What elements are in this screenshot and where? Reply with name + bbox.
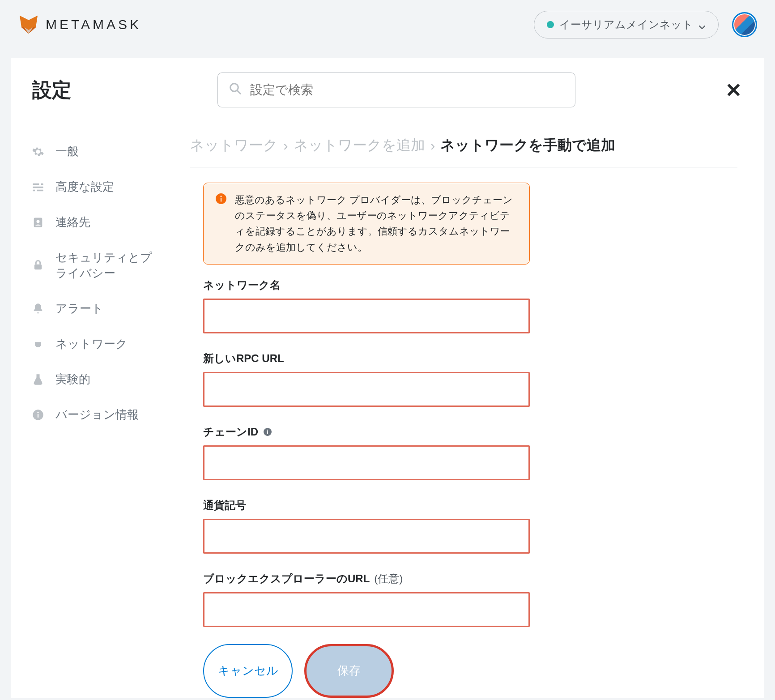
breadcrumb: ネットワーク › ネットワークを追加 › ネットワークを手動で追加 [190, 136, 737, 155]
label-chain-id: チェーンID [203, 425, 530, 439]
label-network-name: ネットワーク名 [203, 278, 530, 292]
top-bar: METAMASK イーサリアムメインネット [0, 0, 775, 49]
close-icon[interactable]: ✕ [721, 79, 746, 102]
svg-point-24 [267, 430, 268, 431]
panel-body: 一般 高度な設定 連絡先 セキュリティとプライバシー [11, 122, 764, 698]
save-button[interactable]: 保存 [304, 644, 394, 698]
brand: METAMASK [18, 14, 141, 35]
sidebar-item-security[interactable]: セキュリティとプライバシー [31, 240, 172, 291]
svg-line-7 [237, 90, 240, 94]
optional-text: (任意) [374, 572, 403, 586]
info-tooltip-icon[interactable] [263, 427, 273, 437]
page-title: 設定 [32, 77, 72, 103]
search-icon [229, 82, 242, 98]
input-chain-id[interactable] [203, 445, 530, 480]
sidebar-item-alerts[interactable]: アラート [31, 291, 172, 326]
svg-rect-17 [38, 414, 38, 417]
sidebar-item-advanced[interactable]: 高度な設定 [31, 169, 172, 205]
input-rpc-url[interactable] [203, 372, 530, 407]
sidebar-item-about[interactable]: バージョン情報 [31, 397, 172, 432]
warning-banner: 悪意のあるネットワーク プロバイダーは、ブロックチェーンのステータスを偽り、ユー… [203, 183, 530, 265]
settings-panel: 設定 ✕ 一般 高度な設定 [11, 58, 764, 698]
svg-rect-15 [34, 265, 42, 270]
cancel-button[interactable]: キャンセル [203, 644, 293, 698]
network-selector[interactable]: イーサリアムメインネット [534, 11, 719, 38]
top-bar-right: イーサリアムメインネット [534, 11, 757, 38]
sidebar-item-label: 高度な設定 [55, 179, 114, 195]
svg-rect-11 [39, 182, 41, 186]
settings-search[interactable] [217, 73, 575, 107]
warning-info-icon [215, 193, 227, 205]
label-rpc-url: 新しいRPC URL [203, 351, 530, 366]
sidebar-item-label: 実験的 [55, 371, 90, 387]
chevron-right-icon: › [283, 137, 288, 154]
divider [190, 167, 737, 167]
svg-rect-10 [33, 189, 43, 191]
sliders-icon [31, 180, 45, 194]
lock-icon [31, 259, 45, 272]
svg-rect-23 [267, 431, 268, 434]
chevron-down-icon [698, 21, 706, 28]
sidebar-item-label: 連絡先 [55, 214, 90, 230]
svg-point-14 [37, 220, 40, 223]
label-currency-symbol: 通貨記号 [203, 498, 530, 512]
metamask-logo-icon [18, 14, 39, 35]
network-status-dot-icon [547, 21, 554, 28]
input-network-name[interactable] [203, 299, 530, 333]
input-currency-symbol[interactable] [203, 519, 530, 554]
add-network-form: ネットワーク名 新しいRPC URL チェーンID 通貨記号 ブロックエクスプロ… [203, 278, 530, 698]
svg-rect-9 [33, 186, 43, 188]
input-block-explorer[interactable] [203, 592, 530, 627]
avatar-icon [734, 14, 755, 35]
bell-icon [31, 302, 45, 316]
svg-rect-12 [35, 188, 37, 192]
gear-icon [31, 145, 45, 158]
panel-header: 設定 ✕ [11, 73, 764, 122]
form-actions: キャンセル 保存 [203, 644, 530, 698]
breadcrumb-current: ネットワークを手動で追加 [440, 136, 615, 155]
label-block-explorer-text: ブロックエクスプローラーのURL [203, 572, 370, 586]
sidebar-item-experimental[interactable]: 実験的 [31, 362, 172, 397]
account-avatar[interactable] [732, 12, 757, 37]
label-chain-id-text: チェーンID [203, 425, 258, 439]
info-icon [31, 408, 45, 422]
settings-main: ネットワーク › ネットワークを追加 › ネットワークを手動で追加 悪意のあるネ… [172, 122, 764, 698]
breadcrumb-add-network[interactable]: ネットワークを追加 [294, 136, 425, 155]
sidebar-item-label: 一般 [55, 144, 79, 159]
sidebar-item-general[interactable]: 一般 [31, 134, 172, 169]
contacts-icon [31, 216, 45, 229]
warning-text: 悪意のあるネットワーク プロバイダーは、ブロックチェーンのステータスを偽り、ユー… [235, 192, 518, 255]
svg-point-21 [220, 196, 221, 197]
svg-point-18 [37, 411, 38, 413]
settings-sidebar: 一般 高度な設定 連絡先 セキュリティとプライバシー [11, 122, 172, 698]
svg-rect-20 [221, 198, 221, 202]
breadcrumb-networks[interactable]: ネットワーク [190, 136, 278, 155]
flask-icon [31, 373, 45, 386]
svg-rect-8 [33, 183, 43, 185]
sidebar-item-label: バージョン情報 [55, 407, 139, 423]
label-block-explorer: ブロックエクスプローラーのURL (任意) [203, 572, 530, 586]
network-label: イーサリアムメインネット [559, 17, 693, 32]
sidebar-item-label: アラート [55, 301, 103, 316]
chevron-right-icon: › [430, 137, 435, 154]
plug-icon [31, 337, 45, 351]
sidebar-item-label: ネットワーク [55, 336, 128, 352]
sidebar-item-contacts[interactable]: 連絡先 [31, 205, 172, 240]
search-input[interactable] [250, 83, 564, 97]
sidebar-item-label: セキュリティとプライバシー [55, 250, 163, 281]
sidebar-item-networks[interactable]: ネットワーク [31, 326, 172, 362]
brand-name: METAMASK [46, 17, 141, 32]
